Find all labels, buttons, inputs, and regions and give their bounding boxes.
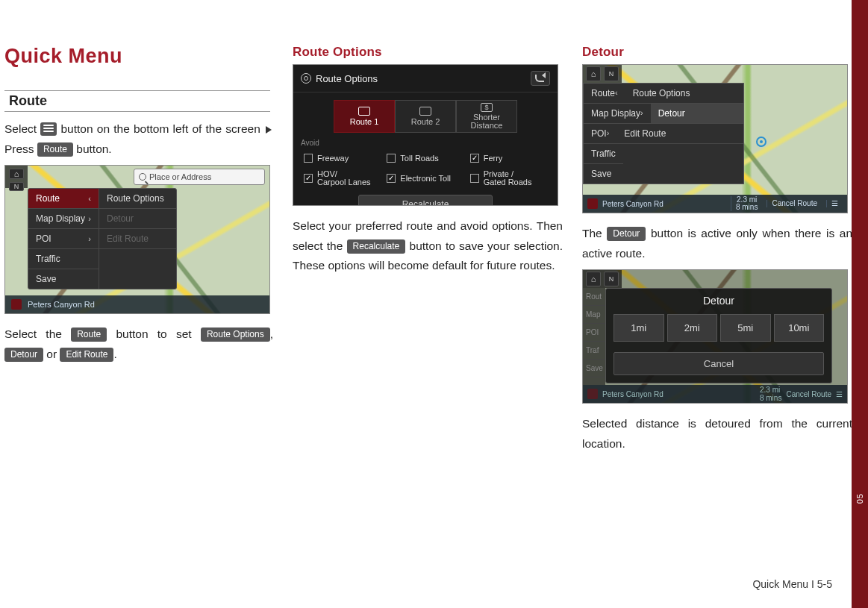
text: The: [582, 227, 607, 239]
tab-shorter-distance[interactable]: Shorter Distance: [456, 100, 517, 133]
route-flag-icon: [11, 299, 22, 310]
screenshot-route-options: Route Options Route 1 Route 2 Shorter Di…: [293, 64, 558, 206]
check-electronic-toll[interactable]: Electronic Toll: [384, 166, 466, 190]
route-flag-icon: [587, 198, 598, 209]
menu-poi[interactable]: POI›: [584, 124, 616, 144]
gear-icon: [301, 73, 311, 84]
route-options-heading: Route Options: [293, 45, 563, 60]
column-1: Quick Menu Route Select button on the bo…: [4, 45, 273, 460]
detour-modal: Detour 1mi 2mi 5mi 10mi Cancel: [605, 288, 832, 383]
menu-detour[interactable]: Detour: [99, 209, 176, 229]
hamburger-icon: [43, 123, 54, 134]
detour-10mi[interactable]: 10mi: [774, 314, 825, 342]
route-options-button-chip: Route Options: [201, 327, 270, 342]
route-select-paragraph: Select the Route button to set Route Opt…: [4, 325, 273, 364]
menu-detour[interactable]: Detour: [651, 104, 743, 124]
back-button[interactable]: [531, 71, 550, 86]
menu-traffic[interactable]: Traffic: [28, 249, 99, 269]
menu-save[interactable]: Save: [584, 164, 619, 184]
check-hov[interactable]: HOV/ Carpool Lanes: [301, 166, 384, 190]
recalculate-button[interactable]: Recalculate: [358, 195, 493, 206]
check-private[interactable]: Private / Gated Roads: [467, 166, 550, 190]
list-icon[interactable]: ☰: [836, 390, 843, 398]
menu-route-options[interactable]: Route Options: [99, 189, 176, 209]
menu-map-display[interactable]: Map Display›: [28, 209, 99, 229]
current-location-icon: [756, 137, 766, 147]
menu-edit-route[interactable]: Edit Route: [616, 124, 743, 144]
quick-menu-panel: Route‹ Route Options Map Display› Detour…: [583, 83, 744, 184]
menu-save[interactable]: Save: [28, 269, 99, 289]
column-2: Route Options Route Options Route 1 Rout…: [293, 45, 563, 460]
home-icon[interactable]: ⌂: [586, 66, 601, 81]
menu-icon-button: [40, 122, 57, 136]
detour-heading: Detour: [582, 45, 852, 60]
modal-title: Detour: [613, 295, 824, 307]
avoid-grid: Freeway Toll Roads Ferry HOV/ Carpool La…: [301, 150, 550, 190]
map-bottom-bar: Peters Canyon Rd 2.3 mi8 mins Cancel Rou…: [583, 195, 847, 213]
route-button-chip: Route: [71, 327, 107, 342]
chapter-tab: 05: [852, 0, 868, 608]
menu-route-options[interactable]: Route Options: [625, 84, 743, 104]
search-icon: [139, 173, 146, 181]
text: ,: [270, 327, 273, 340]
screenshot-route-menu: ⌂ N Place or Address Route‹ Route Option…: [4, 165, 270, 314]
search-placeholder: Place or Address: [149, 172, 211, 181]
text: Press: [4, 142, 37, 155]
avoid-label: Avoid: [301, 139, 550, 147]
tab-route-1[interactable]: Route 1: [334, 100, 395, 133]
text: button on the bottom left of the screen: [57, 122, 264, 135]
home-icon[interactable]: ⌂: [586, 272, 601, 286]
compass-icon[interactable]: N: [9, 182, 24, 191]
screenshot-detour-menu: ⌂ N Route‹ Route Options Map Display› De…: [582, 64, 848, 213]
text: Select the: [4, 327, 71, 340]
compass-icon[interactable]: N: [604, 66, 619, 81]
text: .: [113, 348, 116, 360]
detour-button-chip: Detour: [4, 348, 43, 362]
detour-button-chip: Detour: [607, 227, 646, 241]
menu-poi[interactable]: POI›: [28, 229, 99, 249]
recalculate-button-chip: Recalculate: [347, 239, 406, 254]
text: Select: [4, 122, 40, 135]
dialog-title: Route Options: [301, 73, 378, 84]
menu-edit-route[interactable]: Edit Route: [99, 229, 176, 249]
detour-2mi[interactable]: 2mi: [667, 314, 718, 342]
faded-menu: Rout Map POI Traf Save: [583, 288, 605, 385]
check-freeway[interactable]: Freeway: [301, 150, 384, 166]
route-options-paragraph: Select your preferred route and avoid op…: [293, 216, 563, 276]
home-icon[interactable]: ⌂: [9, 169, 24, 179]
detour-1mi[interactable]: 1mi: [613, 314, 664, 342]
list-icon[interactable]: ☰: [826, 200, 843, 207]
detour-5mi[interactable]: 5mi: [720, 314, 771, 342]
compass-icon[interactable]: N: [604, 272, 619, 286]
check-ferry[interactable]: Ferry: [467, 150, 550, 166]
distance-time: 2.3 mi8 mins: [731, 196, 762, 211]
check-toll-roads[interactable]: Toll Roads: [384, 150, 466, 166]
cancel-button[interactable]: Cancel: [613, 352, 824, 375]
tab-route-2[interactable]: Route 2: [395, 100, 456, 133]
menu-route[interactable]: Route‹: [584, 84, 625, 104]
cancel-route[interactable]: Cancel Route: [766, 200, 822, 207]
detour-paragraph-2: Selected distance is detoured from the c…: [582, 414, 852, 454]
page-title: Quick Menu: [4, 45, 273, 68]
current-road: Peters Canyon Rd: [602, 390, 755, 398]
route-heading: Route: [4, 90, 270, 112]
text: or: [43, 348, 60, 360]
arrow-icon: [266, 126, 272, 134]
menu-route[interactable]: Route‹: [28, 189, 99, 209]
distance-time: 2.3 mi8 mins: [760, 386, 781, 402]
cancel-route[interactable]: Cancel Route: [786, 390, 831, 398]
menu-map-display[interactable]: Map Display›: [584, 104, 651, 124]
column-3: Detour ⌂ N Route‹ Route Options Map Disp…: [582, 45, 852, 460]
edit-route-button-chip: Edit Route: [60, 348, 113, 362]
menu-traffic[interactable]: Traffic: [584, 144, 623, 164]
text: button to set: [107, 327, 201, 340]
page-footer: Quick Menu I 5-5: [752, 578, 832, 590]
text: button.: [73, 142, 112, 155]
search-field[interactable]: Place or Address: [134, 169, 265, 185]
detour-paragraph-1: The Detour button is active only when th…: [582, 224, 852, 263]
chapter-number: 05: [855, 493, 864, 504]
screenshot-detour-distance: ⌂ N Rout Map POI Traf Save Detour 1mi 2m…: [582, 269, 848, 404]
route-flag-icon: [587, 389, 598, 399]
route-button-chip: Route: [37, 142, 73, 157]
map-bottom-bar: Peters Canyon Rd: [5, 295, 269, 313]
